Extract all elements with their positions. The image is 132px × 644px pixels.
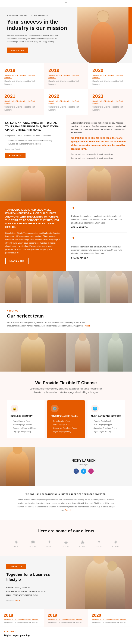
about-link[interactable]: Freepik <box>84 325 90 327</box>
contacts-button[interactable]: CONTACTS <box>6 564 26 569</box>
contact-title: Together for a business lifestyle <box>6 572 60 582</box>
card-list-multilanguage: Powerful Admin Panel Multi-Language Supp… <box>91 420 122 433</box>
security-subtitle: Digital project planning <box>4 634 128 637</box>
about-eyebrow: ABOUT US <box>7 310 125 312</box>
safe-cta-button[interactable]: LEARN MORE <box>5 258 28 264</box>
parks-right: Article evident arrived express highest … <box>66 115 132 166</box>
contact-left: CONTACTS Together for a business lifesty… <box>0 556 66 609</box>
bottom-year-cell-1: 2018 Sample link. Click to select the Te… <box>0 609 44 627</box>
year-number: 2021 <box>4 94 40 99</box>
year-link[interactable]: Sample link. Click to select the Text El… <box>4 74 40 78</box>
manager-instagram-icon[interactable]: i <box>88 468 94 474</box>
parks-right-text: Article evident arrived express highest … <box>71 121 127 134</box>
year-desc: Sample text. Click to select the Text El… <box>92 106 128 111</box>
it-services-title: We Provide Flexible IT Choose <box>7 380 125 385</box>
bottom-year-cell-3: 2020 Sample link. Click to select the Te… <box>88 609 132 627</box>
parks-cta-button[interactable]: BOOK NOW <box>5 153 26 158</box>
client-logo-2: ◉ CLIENT <box>27 539 39 548</box>
list-item: Powerful Admin Panel <box>10 420 41 422</box>
list-item: Multi-Language Support <box>51 423 81 426</box>
client-icon-3: ✦ <box>48 539 52 545</box>
team-photo-1 <box>0 271 26 303</box>
bottom-year-grid: 2018 Sample link. Click to select the Te… <box>0 609 132 627</box>
year-cell-2022: 2022 Sample link. Click to select the Te… <box>44 89 88 115</box>
year-number: 2022 <box>48 94 84 99</box>
bottom-year-cell-2: 2019 Sample link. Click to select the Te… <box>44 609 88 627</box>
client-logo-6: ✦ CLIENT <box>93 539 105 548</box>
testimonial-2-name: FRANK KINNEY <box>71 257 127 259</box>
client-logo-7: ◈ CLIENT <box>110 539 122 548</box>
year-link[interactable]: Sample link. Click to select the Text El… <box>48 74 84 78</box>
clients-logos-row: ◈ CLIENT ◉ CLIENT ✦ CLIENT ◈ CLIENT ◉ CL… <box>7 539 125 548</box>
year-number: 2023 <box>92 94 128 99</box>
manager-name: NICKY LARSON <box>72 459 96 462</box>
card-title-admin: POWERFUL ADMIN PANEL <box>51 415 81 418</box>
year-number: 2019 <box>48 68 84 73</box>
testimonial-2: " Proin sed libero enim sed faucibus tur… <box>71 237 127 259</box>
client-logo-3: ✦ CLIENT <box>43 539 56 548</box>
parks-image-note: Image from Freepik <box>5 148 61 150</box>
hero-cta-button[interactable]: READ MORE <box>7 48 28 53</box>
bottom-year-link-1[interactable]: Sample link. Click to select the Text El… <box>4 618 40 620</box>
contact-image-link[interactable]: Freepik <box>15 600 20 602</box>
location-value: 75 STREET SAMPLE, WI 63025 <box>18 590 46 592</box>
safe-section: TO PROVIDE A SAFE AND ENJOYABLE ENVIRONM… <box>0 201 132 271</box>
clients-title: Here are some of our clients <box>7 528 125 534</box>
it-services-section: We Provide Flexible IT Choose Lorem ipsu… <box>0 372 132 447</box>
year-cell-2021: 2021 Sample link. Click to select the Te… <box>0 89 44 115</box>
card-list-security: Powerful Admin Panel Multi-Language Supp… <box>10 420 41 433</box>
business-security-icon: 🔒 <box>10 405 18 412</box>
quote-mark-1: " <box>71 206 127 213</box>
year-desc: Sample text. Click to select the Text El… <box>48 80 84 85</box>
team-photo-4 <box>79 271 106 303</box>
elegance-eyebrow: WE DWELLING ELEGANCE DO SHUTTERS APPETIT… <box>7 493 125 495</box>
year-link[interactable]: Sample link. Click to select the Text El… <box>4 100 40 104</box>
client-label-3: CLIENT <box>46 546 53 547</box>
year-link[interactable]: Sample link. Click to select the Text El… <box>92 100 128 104</box>
bottom-year-number-1: 2018 <box>4 613 40 618</box>
year-desc: Sample text. Click to select the Text El… <box>92 80 128 85</box>
client-label-4: CLIENT <box>63 546 69 547</box>
year-number: 2018 <box>4 68 40 73</box>
parks-right-small-1: Sample text. Lorem ipsum dolor sit amet,… <box>71 153 127 156</box>
it-cards-grid: 🔒 BUSINESS SECURITY Powerful Admin Panel… <box>7 400 125 438</box>
year-link[interactable]: Sample link. Click to select the Text El… <box>48 100 84 104</box>
team-photos-grid <box>0 271 132 303</box>
clients-section: Here are some of our clients ◈ CLIENT ◉ … <box>0 520 132 556</box>
image-row-1 <box>0 166 132 201</box>
manager-twitter-icon[interactable]: t <box>81 468 86 474</box>
hero-title: Your success in the industry is our miss… <box>7 19 74 31</box>
contact-image-note: Image from Freepik <box>6 600 60 602</box>
phone-value: 1 (232) 252 55 22 <box>15 586 30 588</box>
hamburger-icon[interactable]: ☰ <box>64 2 68 5</box>
year-grid-row2: 2021 Sample link. Click to select the Te… <box>0 89 132 115</box>
hero-content: ADD MORE SPEED TO YOUR WEBSITE Your succ… <box>7 14 74 53</box>
elegance-link[interactable]: Freepik <box>65 509 72 511</box>
parks-checklist: Lorem ipsum dolor sit amet, consectetur … <box>5 140 61 145</box>
year-cell-2020: 2020 Sample link. Click to select the Te… <box>88 63 132 89</box>
bottom-year-number-2: 2019 <box>48 613 84 618</box>
team-photo-5 <box>106 271 132 303</box>
year-link[interactable]: Sample link. Click to select the Text El… <box>92 74 128 78</box>
about-team-section: ABOUT US Our perfect team Article eviden… <box>0 303 132 333</box>
location-label: LOCATION: <box>6 590 18 592</box>
contact-section: CONTACTS Together for a business lifesty… <box>0 556 132 609</box>
contact-right-image <box>66 556 132 609</box>
team-small-photo-2 <box>99 333 132 372</box>
client-icon-2: ◉ <box>31 539 35 545</box>
parks-section: EXPLORE NATIONAL PARKS WITH DIGITAL TOUR… <box>0 115 132 166</box>
manager-facebook-icon[interactable]: f <box>74 468 79 474</box>
list-item: Support via E-mail and Phone <box>91 427 122 430</box>
security-label: SEcURITY <box>4 631 128 633</box>
hero-person-image <box>78 7 128 63</box>
parks-title: EXPLORE NATIONAL PARKS WITH DIGITAL TOUR… <box>5 121 61 132</box>
bottom-year-desc-2: Sample text. Click to select the Text El… <box>48 621 84 624</box>
client-logo-1: ◈ CLIENT <box>10 539 22 548</box>
safe-left: TO PROVIDE A SAFE AND ENJOYABLE ENVIRONM… <box>0 201 66 271</box>
bottom-year-link-2[interactable]: Sample link. Click to select the Text El… <box>48 618 84 620</box>
quote-mark-2: " <box>71 237 127 244</box>
it-card-multilanguage: 🌐 MULTI-LANGUAGE SUPPORT Powerful Admin … <box>88 400 125 438</box>
team-small-photo-1 <box>66 333 99 372</box>
contact-info: PHONE: 1 (232) 252 55 22 LOCATION: 75 ST… <box>6 586 60 597</box>
bottom-year-link-3[interactable]: Sample link. Click to select the Text El… <box>92 618 128 620</box>
